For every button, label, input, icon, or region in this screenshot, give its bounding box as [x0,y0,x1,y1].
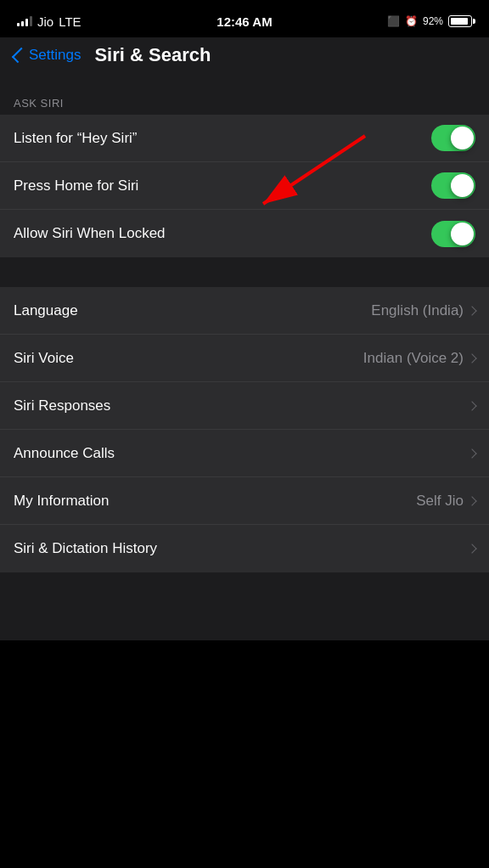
dictation-history-row-right [469,545,475,552]
my-information-label: My Information [14,493,109,510]
page-title: Siri & Search [94,44,211,66]
chevron-right-icon-2 [467,353,476,363]
chevron-right-icon [467,306,476,315]
battery-fill [451,18,468,25]
listen-hey-siri-row: Listen for “Hey Siri” [0,115,489,162]
signal-bar-1 [17,23,20,26]
siri-voice-row[interactable]: Siri Voice Indian (Voice 2) [0,335,489,382]
siri-voice-row-right: Indian (Voice 2) [363,350,475,367]
section-header-label: ASK SIRI [14,97,64,110]
chevron-right-icon-5 [467,496,476,505]
allow-locked-row: Allow Siri When Locked [0,210,489,257]
toggle-knob-3 [451,223,474,245]
battery-indicator [448,15,472,27]
back-button[interactable]: Settings [14,47,81,64]
press-home-toggle[interactable] [431,172,475,199]
status-time: 12:46 AM [216,14,272,29]
alarm-icon: ⏰ [405,15,418,27]
language-value: English (India) [371,302,464,319]
bottom-fill [0,572,489,640]
language-row-right: English (India) [371,302,475,319]
toggle-knob [451,127,474,149]
chevron-left-icon [12,48,27,63]
group-separator-1 [0,257,489,287]
signal-bar-4 [30,16,32,26]
language-row[interactable]: Language English (India) [0,287,489,335]
allow-locked-label: Allow Siri When Locked [14,225,166,242]
nav-header: Settings Siri & Search [0,37,489,80]
battery-icon [448,15,472,27]
chevron-right-icon-3 [467,401,476,410]
status-left: Jio LTE [17,14,82,29]
carrier-name: Jio [37,14,53,29]
siri-voice-value: Indian (Voice 2) [363,350,464,367]
siri-voice-label: Siri Voice [14,350,74,367]
signal-bar-2 [21,21,24,26]
status-right: ⬛ ⏰ 92% [387,15,472,27]
siri-settings-group: Language English (India) Siri Voice Indi… [0,287,489,572]
back-label: Settings [29,47,81,64]
my-information-value: Self Jio [416,493,464,510]
page-wrapper: Jio LTE 12:46 AM ⬛ ⏰ 92% Settings Siri &… [0,0,489,640]
status-bar: Jio LTE 12:46 AM ⬛ ⏰ 92% [0,0,489,37]
language-label: Language [14,302,78,319]
press-home-label: Press Home for Siri [14,178,138,194]
signal-bars-icon [17,16,32,26]
siri-responses-label: Siri Responses [14,397,110,414]
my-information-row-right: Self Jio [416,493,475,510]
my-information-row[interactable]: My Information Self Jio [0,477,489,525]
dictation-history-label: Siri & Dictation History [14,540,157,557]
chevron-right-icon-6 [467,544,476,553]
screen-mirroring-icon: ⬛ [387,15,400,27]
siri-responses-row[interactable]: Siri Responses [0,382,489,430]
announce-calls-row-right [469,450,475,457]
ask-siri-group: Listen for “Hey Siri” Press Home for Sir… [0,115,489,257]
press-home-row: Press Home for Siri [0,162,489,210]
announce-calls-row[interactable]: Announce Calls [0,430,489,477]
listen-hey-siri-label: Listen for “Hey Siri” [14,130,137,147]
battery-percentage: 92% [423,15,443,27]
chevron-right-icon-4 [467,448,476,458]
network-type: LTE [59,14,81,29]
allow-locked-toggle[interactable] [431,221,475,247]
listen-hey-siri-toggle[interactable] [431,125,475,151]
dictation-history-row[interactable]: Siri & Dictation History [0,525,489,572]
signal-bar-3 [25,19,28,26]
siri-responses-row-right [469,403,475,409]
toggle-knob-2 [451,174,474,197]
ask-siri-section-header: ASK SIRI [0,80,489,115]
announce-calls-label: Announce Calls [14,445,115,462]
